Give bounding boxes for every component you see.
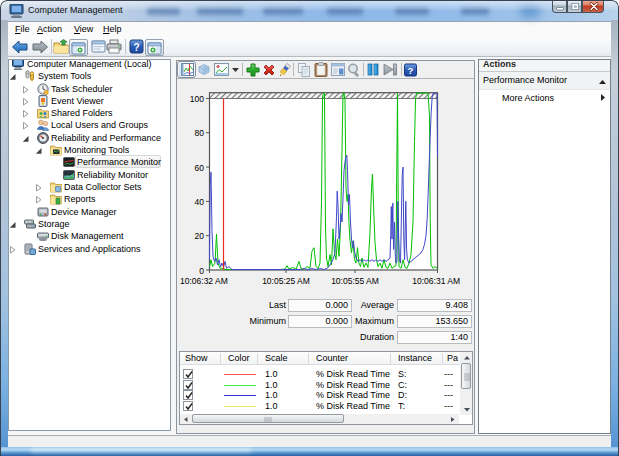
svg-text:?: ? bbox=[133, 42, 139, 53]
